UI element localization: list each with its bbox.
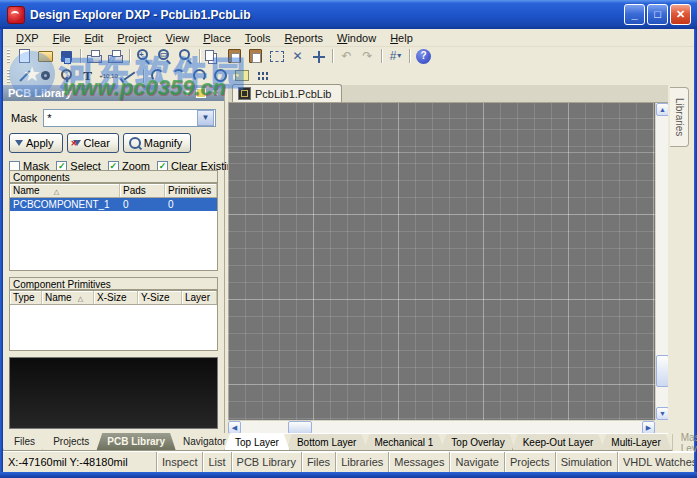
toolbar-grip[interactable] bbox=[7, 49, 10, 63]
menu-help[interactable]: Help bbox=[383, 31, 420, 45]
menu-project[interactable]: Project bbox=[110, 31, 158, 45]
help-icon[interactable]: ? bbox=[416, 49, 431, 64]
new-document-icon[interactable] bbox=[14, 48, 35, 65]
place-via-icon[interactable] bbox=[56, 67, 77, 84]
layer-tab-mechanical1[interactable]: Mechanical 1 bbox=[363, 434, 444, 451]
toolbar-separator bbox=[199, 49, 200, 63]
statusbar-libraries[interactable]: Libraries bbox=[336, 452, 389, 472]
toolbar-grip[interactable] bbox=[7, 69, 10, 83]
menu-dxp[interactable]: DXP bbox=[9, 31, 46, 45]
zoom-document-icon[interactable] bbox=[175, 48, 196, 65]
apply-button[interactable]: Apply bbox=[9, 133, 63, 153]
save-icon[interactable] bbox=[56, 48, 77, 65]
arc-any-angle-icon[interactable] bbox=[189, 67, 210, 84]
scrollbar-corner bbox=[655, 420, 668, 433]
table-row[interactable]: PCBCOMPONENT_1 0 0 bbox=[10, 198, 217, 211]
print-icon[interactable] bbox=[84, 48, 105, 65]
layer-tab-top-overlay[interactable]: Top Overlay bbox=[440, 434, 515, 451]
close-icon[interactable]: ✕ bbox=[211, 89, 219, 98]
layer-tab-keepout[interactable]: Keep-Out Layer bbox=[512, 434, 605, 451]
statusbar-inspect[interactable]: Inspect bbox=[157, 452, 203, 472]
menu-window[interactable]: Window bbox=[330, 31, 383, 45]
zoom-in-icon[interactable]: + bbox=[133, 48, 154, 65]
pin-icon[interactable] bbox=[196, 88, 206, 98]
toolbar-separator bbox=[80, 49, 81, 63]
toolbar-separator bbox=[129, 49, 130, 63]
layer-tab-top[interactable]: Top Layer bbox=[224, 434, 290, 451]
magnify-button[interactable]: Magnify bbox=[123, 133, 192, 153]
pcb-canvas[interactable] bbox=[228, 103, 655, 420]
right-dock-strip: Libraries bbox=[668, 85, 694, 451]
redo-icon[interactable]: ↷ bbox=[357, 48, 378, 65]
statusbar-list[interactable]: List bbox=[203, 452, 231, 472]
place-pad-icon[interactable] bbox=[35, 67, 56, 84]
column-header-name[interactable]: Name△ bbox=[10, 184, 120, 197]
menu-edit[interactable]: Edit bbox=[77, 31, 110, 45]
statusbar-pcb-library[interactable]: PCB Library bbox=[232, 452, 302, 472]
place-coordinate-icon[interactable]: +10,10 bbox=[98, 67, 119, 84]
paste-array-icon[interactable] bbox=[252, 67, 273, 84]
vertical-scrollbar[interactable]: ▲ ▼ bbox=[655, 103, 668, 420]
statusbar-files[interactable]: Files bbox=[302, 452, 336, 472]
column-header-ysize[interactable]: Y-Size bbox=[138, 291, 182, 304]
paste-icon[interactable] bbox=[224, 48, 245, 65]
mask-combobox[interactable]: * ▼ bbox=[43, 109, 216, 127]
place-dimension-icon[interactable] bbox=[119, 67, 140, 84]
arc-by-center-icon[interactable] bbox=[168, 67, 189, 84]
tab-pcb-library[interactable]: PCB Library bbox=[96, 433, 176, 451]
libraries-vertical-tab[interactable]: Libraries bbox=[670, 87, 689, 147]
column-header-layer[interactable]: Layer bbox=[182, 291, 217, 304]
copy-icon[interactable] bbox=[203, 48, 224, 65]
statusbar-navigate[interactable]: Navigate bbox=[450, 452, 504, 472]
place-line-icon[interactable] bbox=[14, 67, 35, 84]
mask-level-button[interactable]: Mask Level bbox=[672, 434, 697, 451]
toolbar-separator bbox=[381, 49, 382, 63]
chevron-down-icon[interactable]: ▼ bbox=[183, 89, 192, 98]
arc-by-edge-icon[interactable] bbox=[147, 67, 168, 84]
tab-projects[interactable]: Projects bbox=[42, 433, 100, 451]
menu-place[interactable]: Place bbox=[196, 31, 238, 45]
place-fill-icon[interactable] bbox=[231, 67, 252, 84]
maximize-button[interactable]: □ bbox=[647, 4, 668, 25]
close-button[interactable]: ✕ bbox=[670, 4, 691, 25]
placement-toolbar: T +10,10 bbox=[3, 66, 694, 86]
undo-icon[interactable]: ↶ bbox=[336, 48, 357, 65]
minimize-button[interactable]: _ bbox=[624, 4, 645, 25]
column-header-type[interactable]: Type bbox=[10, 291, 42, 304]
paste-special-icon[interactable] bbox=[245, 48, 266, 65]
print-preview-icon[interactable] bbox=[105, 48, 126, 65]
open-document-icon[interactable] bbox=[35, 48, 56, 65]
pcb-library-panel: PCB Library ▼ ✕ Mask * ▼ Apply bbox=[3, 85, 225, 433]
menu-view[interactable]: View bbox=[159, 31, 197, 45]
magnifier-icon bbox=[129, 137, 141, 149]
zoom-area-icon[interactable]: ▭ bbox=[154, 48, 175, 65]
components-group-header: Components bbox=[9, 170, 218, 183]
menu-file[interactable]: File bbox=[46, 31, 78, 45]
column-header-pads[interactable]: Pads bbox=[120, 184, 165, 197]
full-circle-icon[interactable] bbox=[210, 67, 231, 84]
column-header-xsize[interactable]: X-Size bbox=[94, 291, 138, 304]
menu-reports[interactable]: Reports bbox=[277, 31, 330, 45]
document-tab[interactable]: PcbLib1.PcbLib bbox=[232, 84, 342, 102]
statusbar-messages[interactable]: Messages bbox=[389, 452, 450, 472]
statusbar-vhdl-watches[interactable]: VHDL Watches bbox=[618, 452, 694, 472]
layer-tab-multilayer[interactable]: Multi-Layer bbox=[600, 434, 671, 451]
statusbar-simulation[interactable]: Simulation bbox=[556, 452, 618, 472]
move-selection-icon[interactable] bbox=[308, 48, 329, 65]
apply-button-label: Apply bbox=[26, 137, 54, 149]
statusbar-projects[interactable]: Projects bbox=[505, 452, 556, 472]
funnel-icon bbox=[15, 140, 23, 146]
clear-selection-icon[interactable]: ✕ bbox=[287, 48, 308, 65]
tab-files[interactable]: Files bbox=[3, 433, 46, 451]
menu-tools[interactable]: Tools bbox=[238, 31, 278, 45]
select-area-icon[interactable] bbox=[266, 48, 287, 65]
clear-button[interactable]: Clear bbox=[67, 133, 119, 153]
layer-tab-bottom[interactable]: Bottom Layer bbox=[286, 434, 367, 451]
grid-settings-icon[interactable]: #▾ bbox=[385, 48, 406, 65]
column-header-primitives[interactable]: Primitives bbox=[165, 184, 217, 197]
layer-tab-strip: Top Layer Bottom Layer Mechanical 1 Top … bbox=[228, 433, 668, 451]
chevron-down-icon[interactable]: ▼ bbox=[197, 110, 214, 126]
horizontal-scrollbar[interactable]: ◀ ▶ bbox=[228, 420, 655, 433]
column-header-name[interactable]: Name△ bbox=[42, 291, 94, 304]
place-string-icon[interactable]: T bbox=[77, 67, 98, 84]
